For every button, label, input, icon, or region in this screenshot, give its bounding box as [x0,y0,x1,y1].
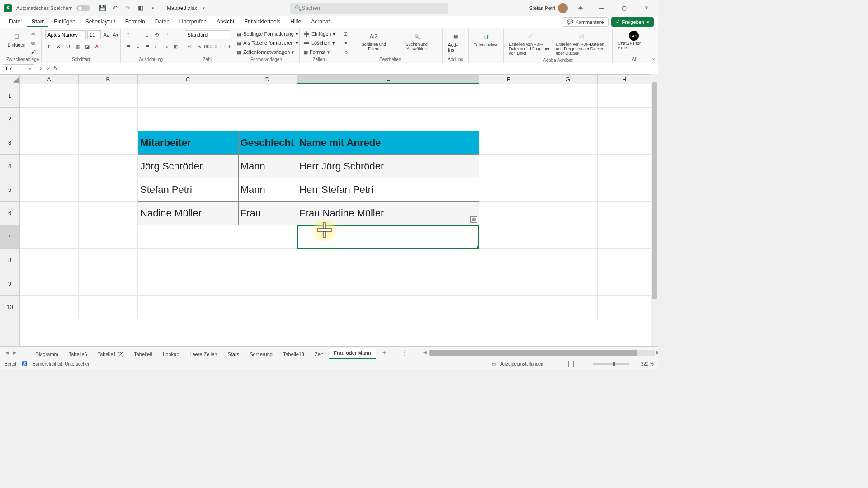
cell-C2[interactable] [138,108,238,131]
cell-A1[interactable] [20,84,79,108]
cancel-formula-icon[interactable]: ✕ [39,66,43,72]
conditional-formatting-button[interactable]: ▦ Bedingte Formatierung ▾ [237,30,298,38]
font-size-combo[interactable] [87,30,101,39]
search-box[interactable]: 🔍 Suchen [290,3,448,14]
cell-B2[interactable] [79,108,138,131]
cell-H10[interactable] [598,296,651,319]
cell-E1[interactable] [297,84,479,108]
cell-E4[interactable]: Herr Jörg Schröder [297,155,479,178]
cell-D10[interactable] [238,296,297,319]
menu-tab-formeln[interactable]: Formeln [121,17,150,27]
cell-F3[interactable] [479,131,538,155]
save-icon[interactable]: 💾 [99,4,107,12]
sort-filter-button[interactable]: A↓Z Sortieren und Filtern [354,30,393,52]
view-normal-icon[interactable] [548,361,556,367]
cell-B8[interactable] [79,249,138,272]
cell-B3[interactable] [79,131,138,155]
sheet-tab-tabelle1-2-[interactable]: Tabelle1 (2) [93,350,128,359]
number-format-combo[interactable] [185,30,230,39]
row-header-2[interactable]: 2 [0,108,19,131]
orientation-icon[interactable]: ⟲ [153,31,161,39]
row-header-6[interactable]: 6 [0,202,19,225]
cell-E3[interactable]: Name mit Anrede [297,131,479,155]
sheet-nav-next-icon[interactable]: ▶ [11,350,18,356]
comma-icon[interactable]: 000 [204,42,212,51]
cell-H7[interactable] [598,225,651,249]
decrease-decimal-icon[interactable]: ←.0 [223,42,231,51]
align-top-icon[interactable]: ⤒ [124,31,132,39]
col-header-D[interactable]: D [238,75,297,84]
cell-A4[interactable] [20,155,79,178]
cell-A7[interactable] [20,225,79,249]
cell-H9[interactable] [598,272,651,296]
cell-F5[interactable] [479,178,538,202]
format-cells-button[interactable]: ▦ Format ▾ [303,48,330,56]
scroll-left-icon[interactable]: ◀ [423,350,427,355]
col-header-B[interactable]: B [79,75,138,84]
cell-C7[interactable] [138,225,238,249]
cell-C1[interactable] [138,84,238,108]
cell-F1[interactable] [479,84,538,108]
col-header-F[interactable]: F [479,75,538,84]
row-header-8[interactable]: 8 [0,249,19,272]
minimize-button[interactable]: — [593,0,609,16]
cut-icon[interactable]: ✂ [28,30,38,38]
cell-D7[interactable] [238,225,297,249]
menu-tab-hilfe[interactable]: Hilfe [286,17,306,27]
cell-B10[interactable] [79,296,138,319]
autofill-options-icon[interactable]: ▦ [470,216,477,223]
display-settings-icon[interactable]: ▭ [492,361,496,366]
row-header-7[interactable]: 7 [0,225,19,249]
increase-font-icon[interactable]: A▴ [102,31,110,39]
menu-tab-einfügen[interactable]: Einfügen [49,17,80,27]
fill-icon[interactable]: ▼ [342,39,350,47]
cell-D9[interactable] [238,272,297,296]
display-settings-label[interactable]: Anzeigeeinstellungen [500,361,543,366]
cell-G7[interactable] [538,225,598,249]
align-bottom-icon[interactable]: ⤓ [143,31,151,39]
cell-C10[interactable] [138,296,238,319]
cell-F8[interactable] [479,249,538,272]
clear-icon[interactable]: ◇ [342,48,350,56]
sheet-tab-tabelle13[interactable]: Tabelle13 [278,350,309,359]
addins-button[interactable]: ▦ Add-Ins [446,30,465,53]
underline-icon[interactable]: U [64,42,72,51]
menu-tab-seitenlayout[interactable]: Seitenlayout [81,17,120,27]
menu-tab-entwicklertools[interactable]: Entwicklertools [240,17,285,27]
cell-F6[interactable] [479,202,538,225]
cell-G2[interactable] [538,108,598,131]
col-header-H[interactable]: H [598,75,651,84]
menu-tab-daten[interactable]: Daten [151,17,174,27]
column-headers[interactable]: ABCDEFGH [20,74,651,84]
col-header-G[interactable]: G [538,75,598,84]
cell-H8[interactable] [598,249,651,272]
cell-E6[interactable]: Frau Nadine Müller [297,202,479,225]
cell-F10[interactable] [479,296,538,319]
sheet-tab-zeit[interactable]: Zeit [310,350,328,359]
autosum-icon[interactable]: Σ [342,30,350,38]
cell-D2[interactable] [238,108,297,131]
row-header-1[interactable]: 1 [0,84,19,108]
cell-H6[interactable] [598,202,651,225]
cell-A6[interactable] [20,202,79,225]
cell-E10[interactable] [297,296,479,319]
select-all-button[interactable] [0,74,20,84]
cell-C6[interactable]: Nadine Müller [138,202,238,225]
formula-input[interactable] [62,64,658,73]
sheet-nav-more-icon[interactable]: ⋯ [18,350,27,356]
sheet-tab-diagramm[interactable]: Diagramm [31,350,63,359]
cell-E2[interactable] [297,108,479,131]
view-page-layout-icon[interactable] [561,361,569,367]
cell-B4[interactable] [79,155,138,178]
cell-B5[interactable] [79,178,138,202]
cell-A8[interactable] [20,249,79,272]
zoom-out-icon[interactable]: − [586,361,589,366]
cell-G9[interactable] [538,272,598,296]
cell-A5[interactable] [20,178,79,202]
format-as-table-button[interactable]: ▦ Als Tabelle formatieren ▾ [237,39,298,47]
menu-tab-datei[interactable]: Datei [5,17,26,27]
cell-H5[interactable] [598,178,651,202]
menu-tab-start[interactable]: Start [27,17,48,27]
row-headers[interactable]: 12345678910 [0,84,20,346]
sheet-tab-tabelle6[interactable]: Tabelle6 [64,350,92,359]
